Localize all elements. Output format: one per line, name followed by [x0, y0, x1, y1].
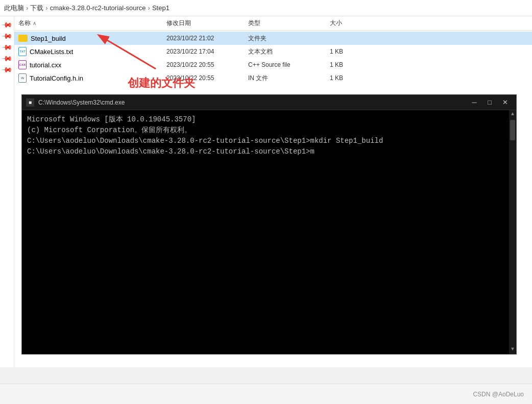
- file-row[interactable]: Step1_build 2023/10/22 21:02 文件夹: [14, 32, 532, 45]
- file-size: 1 KB: [330, 61, 371, 68]
- bottom-bar: CSDN @AoDeLuo: [0, 384, 532, 404]
- file-size: 1 KB: [330, 74, 371, 82]
- file-row[interactable]: IN TutorialConfig.h.in 2023/10/22 20:55 …: [14, 71, 532, 85]
- cmd-body[interactable]: Microsoft Windows [版本 10.0.19045.3570](c…: [22, 110, 516, 354]
- col-name-header[interactable]: 名称 ∧: [18, 19, 166, 28]
- pin-icon-4[interactable]: 📌: [1, 63, 13, 75]
- file-row[interactable]: CXX tutorial.cxx 2023/10/22 20:55 C++ So…: [14, 58, 532, 71]
- file-date: 2023/10/22 21:02: [166, 35, 248, 42]
- cmd-line: Microsoft Windows [版本 10.0.19045.3570]: [27, 114, 511, 125]
- col-type-header[interactable]: 类型: [248, 19, 330, 28]
- cmd-title-icon: ■: [26, 98, 34, 107]
- file-type: C++ Source file: [248, 61, 330, 68]
- breadcrumb-item-1[interactable]: 下载: [30, 4, 43, 13]
- file-icon-txt: TXT: [18, 47, 27, 56]
- cmd-maximize-button[interactable]: □: [482, 97, 497, 108]
- pin-icon-3[interactable]: 📌: [1, 52, 13, 64]
- file-type: 文本文档: [248, 47, 330, 56]
- cmd-line: (c) Microsoft Corporation。保留所有权利。: [27, 125, 511, 136]
- file-name: CXX tutorial.cxx: [18, 60, 166, 69]
- col-date-header[interactable]: 修改日期: [166, 19, 248, 28]
- pin-icon-1[interactable]: 📌: [1, 30, 13, 41]
- column-headers: 名称 ∧ 修改日期 类型 大小: [14, 16, 532, 31]
- bottom-bar-text: CSDN @AoDeLuo: [473, 391, 524, 398]
- file-name: IN TutorialConfig.h.in: [18, 73, 166, 83]
- cmd-window: ■ C:\Windows\System32\cmd.exe ─ □ ✕ Micr…: [21, 94, 517, 355]
- col-size-header[interactable]: 大小: [330, 19, 371, 28]
- cmd-scroll-thumb[interactable]: [510, 120, 515, 140]
- file-list: Step1_build 2023/10/22 21:02 文件夹 TXT CMa…: [14, 31, 532, 86]
- breadcrumb-item-2[interactable]: cmake-3.28.0-rc2-tutorial-source: [50, 4, 146, 12]
- cmd-scrollbar[interactable]: ▲ ▼: [509, 110, 516, 354]
- file-row[interactable]: TXT CMakeLists.txt 2023/10/22 17:04 文本文档…: [14, 45, 532, 58]
- cmd-window-controls: ─ □ ✕: [467, 97, 512, 108]
- file-date: 2023/10/22 20:55: [166, 61, 248, 68]
- file-name: TXT CMakeLists.txt: [18, 47, 166, 56]
- file-type: 文件夹: [248, 34, 330, 43]
- breadcrumb-sep-0: ›: [26, 4, 28, 12]
- cmd-line: C:\Users\aodeluo\Downloads\cmake-3.28.0-…: [27, 146, 511, 157]
- folder-icon: [18, 35, 28, 42]
- pin-icon-2[interactable]: 📌: [1, 41, 13, 53]
- file-type: IN 文件: [248, 74, 330, 83]
- sort-arrow: ∧: [33, 20, 36, 26]
- cmd-line: C:\Users\aodeluo\Downloads\cmake-3.28.0-…: [27, 136, 511, 146]
- breadcrumb-item-0[interactable]: 此电脑: [4, 4, 24, 13]
- cmd-titlebar: ■ C:\Windows\System32\cmd.exe ─ □ ✕: [22, 95, 516, 110]
- cmd-scroll-up[interactable]: ▲: [510, 110, 515, 118]
- file-icon-in: IN: [18, 73, 27, 83]
- file-size: 1 KB: [330, 48, 371, 55]
- breadcrumb-sep-1: ›: [45, 4, 47, 12]
- cmd-minimize-button[interactable]: ─: [467, 97, 481, 108]
- breadcrumb-sep-2: ›: [148, 4, 150, 12]
- pin-icon-0[interactable]: 📌: [1, 18, 13, 30]
- file-date: 2023/10/22 17:04: [166, 48, 248, 55]
- breadcrumb-item-3[interactable]: Step1: [152, 4, 170, 12]
- cmd-close-button[interactable]: ✕: [498, 97, 512, 108]
- file-icon-cxx: CXX: [18, 60, 27, 69]
- file-name: Step1_build: [18, 35, 166, 42]
- sidebar: 📌 📌 📌 📌 📌: [0, 16, 14, 367]
- file-date: 2023/10/22 20:55: [166, 74, 248, 82]
- cmd-title-text: C:\Windows\System32\cmd.exe: [38, 99, 467, 106]
- breadcrumb: 此电脑 › 下载 › cmake-3.28.0-rc2-tutorial-sou…: [0, 0, 532, 16]
- cmd-scroll-down[interactable]: ▼: [511, 346, 514, 352]
